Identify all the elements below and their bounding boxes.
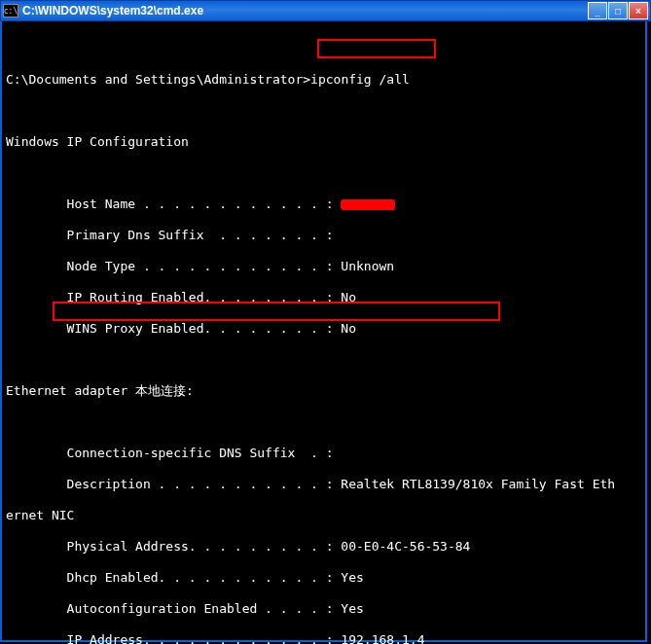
host-name-line: Host Name . . . . . . . . . . . . : xyxy=(6,197,641,212)
blank-line xyxy=(6,165,641,181)
ethernet-adapter-header: Ethernet adapter 本地连接: xyxy=(6,383,641,399)
eth-description-wrap: ernet NIC xyxy=(6,508,641,523)
window-controls: _ □ × xyxy=(588,2,648,19)
maximize-button[interactable]: □ xyxy=(608,2,628,19)
eth-autoconfig-line: Autoconfiguration Enabled . . . . : Yes xyxy=(6,601,641,617)
blank-line xyxy=(6,352,641,368)
window-titlebar: c:\ C:\WINDOWS\system32\cmd.exe _ □ × xyxy=(0,0,651,21)
console-output: C:\Documents and Settings\Administrator>… xyxy=(0,21,647,642)
close-button[interactable]: × xyxy=(629,2,648,19)
blank-line xyxy=(6,41,641,56)
eth-dns-suffix-line: Connection-specific DNS Suffix . : xyxy=(6,446,641,461)
cmd-icon: c:\ xyxy=(3,4,18,18)
minimize-icon: _ xyxy=(595,6,600,17)
maximize-icon: □ xyxy=(615,6,621,17)
host-name-label: Host Name . . . . . . . . . . . . : xyxy=(6,197,341,211)
window-title: C:\WINDOWS\system32\cmd.exe xyxy=(22,4,588,18)
blank-line xyxy=(6,414,641,430)
wins-proxy-line: WINS Proxy Enabled. . . . . . . . : No xyxy=(6,321,641,337)
eth-description-line: Description . . . . . . . . . . . : Real… xyxy=(6,477,641,492)
node-type-line: Node Type . . . . . . . . . . . . : Unkn… xyxy=(6,259,641,274)
ip-routing-line: IP Routing Enabled. . . . . . . . : No xyxy=(6,290,641,305)
eth-ip-address-line: IP Address. . . . . . . . . . . . : 192.… xyxy=(6,632,641,644)
section-header: Windows IP Configuration xyxy=(6,134,641,150)
close-icon: × xyxy=(635,6,641,17)
minimize-button[interactable]: _ xyxy=(588,2,607,19)
blank-line xyxy=(6,103,641,119)
prompt-line: C:\Documents and Settings\Administrator>… xyxy=(6,72,641,88)
command-text: ipconfig /all xyxy=(310,72,410,87)
eth-dhcp-enabled-line: Dhcp Enabled. . . . . . . . . . . : Yes xyxy=(6,570,641,586)
redacted-hostname xyxy=(341,199,395,210)
eth-physical-address-line: Physical Address. . . . . . . . . : 00-E… xyxy=(6,539,641,555)
primary-dns-line: Primary Dns Suffix . . . . . . . : xyxy=(6,228,641,243)
prompt-text: C:\Documents and Settings\Administrator> xyxy=(6,72,310,87)
